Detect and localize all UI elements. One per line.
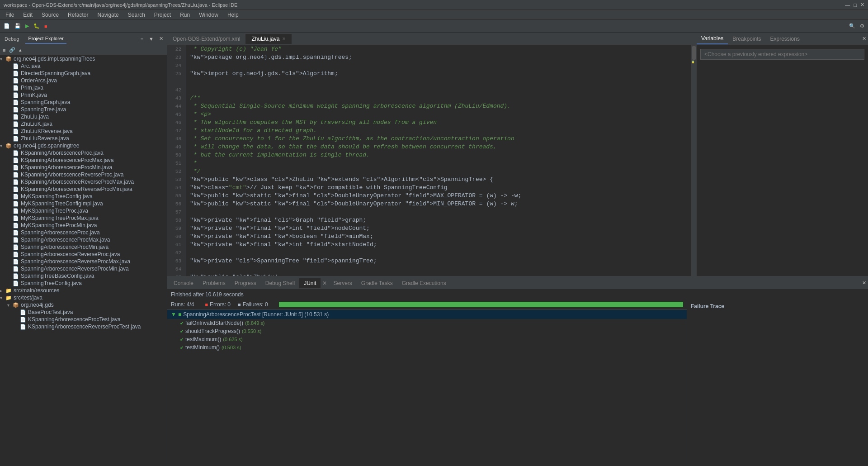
sidebar-close-btn[interactable]: ✕ [157, 35, 165, 43]
tree-item-11[interactable]: 📄ZhuLiuReverse.java [0, 135, 167, 142]
tree-item-24[interactable]: 📄SpanningArborescenceProc.java [0, 229, 167, 236]
right-panel-close[interactable]: ✕ [860, 35, 868, 43]
tab-gradle-tasks[interactable]: Gradle Tasks [357, 278, 397, 288]
tree-item-25[interactable]: 📄SpanningArborescenceProcMax.java [0, 236, 167, 243]
sidebar-menu-btn[interactable]: ▼ [147, 35, 156, 43]
maximize-btn[interactable]: □ [854, 2, 857, 8]
tree-item-8[interactable]: 📄ZhuLiu.java [0, 113, 167, 120]
test-item-1[interactable]: ✔ failOnInvalidStartNode() (8.849 s) [167, 319, 687, 327]
zhuliu-tab-close[interactable]: ✕ [282, 36, 286, 41]
tree-item-20[interactable]: 📄MyKSpanningTreeConfigImpl.java [0, 200, 167, 207]
test-item-3[interactable]: ✔ testMaximum() (0.625 s) [167, 335, 687, 343]
tree-item-17[interactable]: 📄KSpanningArborescenceReverseProcMax.jav… [0, 178, 167, 185]
tree-item-36[interactable]: 📄KSpanningArborescenceProcTest.java [0, 316, 167, 323]
toolbar-debug[interactable]: 🐛 [32, 22, 42, 30]
close-btn[interactable]: ✕ [860, 2, 864, 8]
tree-item-4[interactable]: 📄Prim.java [0, 84, 167, 91]
tree-item-10[interactable]: 📄ZhuLiuKReverse.java [0, 128, 167, 135]
tree-item-7[interactable]: 📄SpanningTree.java [0, 106, 167, 113]
tree-item-35[interactable]: 📄BaseProcTest.java [0, 309, 167, 316]
tab-breakpoints[interactable]: Breakpoints [728, 34, 765, 44]
menu-file[interactable]: File [2, 11, 18, 19]
tab-progress[interactable]: Progress [230, 278, 261, 288]
tree-item-31[interactable]: 📄SpanningTreeConfig.java [0, 280, 167, 287]
test-suite-item[interactable]: ▼ ■ SpanningArborescenceProcTest [Runner… [167, 310, 687, 319]
tree-item-9[interactable]: 📄ZhuLiuK.java [0, 120, 167, 128]
tree-item-26[interactable]: 📄SpanningArborescenceProcMin.java [0, 243, 167, 251]
tab-console[interactable]: Console [169, 278, 198, 288]
tab-pom-xml[interactable]: Open-GDS-Extend/pom.xml [167, 34, 246, 44]
tree-item-0[interactable]: ▾📦org.neo4j.gds.impl.spanningTrees [0, 55, 167, 62]
tree-item-29[interactable]: 📄SpanningArborescenceReverseProcMin.java [0, 265, 167, 272]
tree-item-32[interactable]: ▸📁src/main/resources [0, 287, 167, 294]
tab-servers[interactable]: Servers [329, 278, 356, 288]
sidebar-collapse-btn[interactable]: ≡ [139, 35, 145, 43]
menu-window[interactable]: Window [195, 11, 222, 19]
tree-item-1[interactable]: 📄Arc.java [0, 62, 167, 70]
toolbar-run[interactable]: ▶ [24, 22, 31, 30]
tab-variables[interactable]: Variables [697, 33, 728, 44]
menu-edit[interactable]: Edit [19, 11, 36, 19]
code-line-60: "kw">private "kw">final "kw">boolean "fi… [190, 233, 687, 241]
sidebar-tab-debug[interactable]: Debug [2, 34, 22, 43]
test-item-2[interactable]: ✔ shouldTrackProgress() (0.550 s) [167, 327, 687, 335]
tree-item-28[interactable]: 📄SpanningArborescenceReverseProcMax.java [0, 258, 167, 265]
menu-help[interactable]: Help [224, 11, 242, 19]
tab-gradle-executions[interactable]: Gradle Executions [397, 278, 451, 288]
tab-junit-close[interactable]: ✕ [321, 278, 329, 288]
tree-item-22[interactable]: 📄MyKSpanningTreeProcMax.java [0, 214, 167, 222]
tree-item-14[interactable]: 📄KSpanningArborescenceProcMax.java [0, 157, 167, 164]
tree-item-34[interactable]: ▾📦org.neo4j.gds [0, 301, 167, 309]
toolbar-stop[interactable]: ■ [42, 23, 49, 30]
toolbar-search[interactable]: 🔍 [847, 22, 857, 30]
tab-problems[interactable]: Problems [198, 278, 230, 288]
sidebar-tab-project-explorer[interactable]: Project Explorer [25, 34, 66, 44]
tree-item-23[interactable]: 📄MyKSpanningTreeProcMin.java [0, 222, 167, 229]
toolbar-settings[interactable]: ⚙ [858, 22, 866, 30]
tree-item-3[interactable]: 📄OrderArcs.java [0, 77, 167, 84]
menu-source[interactable]: Source [38, 11, 62, 19]
minimize-btn[interactable]: — [845, 2, 850, 8]
line-num-42: 42 [167, 86, 183, 94]
main-layout: Debug Project Explorer ≡ ▼ ✕ ≡ 🔗 ▴ ▾📦org… [0, 33, 868, 466]
tab-expressions[interactable]: Expressions [766, 34, 804, 44]
tree-item-5[interactable]: 📄PrimK.java [0, 91, 167, 99]
tree-item-19[interactable]: 📄MyKSpanningTreeConfig.java [0, 193, 167, 200]
tree-item-18[interactable]: 📄KSpanningArborescenceReverseProcMin.jav… [0, 185, 167, 193]
editor-code[interactable]: * Copyright (c) "Jean Ye""kw">package or… [186, 45, 691, 276]
sidebar-filter-btn[interactable]: ≡ [1, 47, 7, 54]
scroll-thumb[interactable] [692, 46, 696, 60]
tree-item-37[interactable]: 📄KSpanningArborescenceReverseProcTest.ja… [0, 323, 167, 330]
menu-refactor[interactable]: Refactor [64, 11, 92, 19]
tree-label-9: ZhuLiuK.java [21, 121, 52, 127]
menu-search[interactable]: Search [124, 11, 149, 19]
tree-item-6[interactable]: 📄SpanningGraph.java [0, 99, 167, 106]
tree-item-2[interactable]: 📄DirectedSpanningGraph.java [0, 70, 167, 77]
tree-item-21[interactable]: 📄MyKSpanningTreeProc.java [0, 207, 167, 214]
tree-icon-14: 📄 [13, 157, 20, 163]
bottom-panel-close[interactable]: ✕ [860, 279, 868, 287]
tree-item-33[interactable]: ▾📁src/test/java [0, 294, 167, 301]
tree-item-12[interactable]: ▾📦org.neo4j.gds.spanningtree [0, 142, 167, 149]
sidebar-link-btn[interactable]: 🔗 [7, 46, 17, 54]
editor-scrollbar[interactable] [691, 45, 696, 276]
toolbar-save[interactable]: 💾 [13, 22, 23, 30]
test-item-4[interactable]: ✔ testMinimum() (0.503 s) [167, 343, 687, 352]
tree-item-15[interactable]: 📄KSpanningArborescenceProcMin.java [0, 164, 167, 171]
tab-zhuliu-java[interactable]: ZhuLiu.java ✕ [246, 34, 292, 44]
tab-junit[interactable]: JUnit [299, 278, 321, 288]
tree-item-30[interactable]: 📄SpanningTreeBaseConfig.java [0, 272, 167, 280]
tree-item-27[interactable]: 📄SpanningArborescenceReverseProc.java [0, 251, 167, 258]
sidebar-collapse-all-btn[interactable]: ▴ [17, 46, 24, 54]
menu-navigate[interactable]: Navigate [94, 11, 122, 19]
tree-item-16[interactable]: 📄KSpanningArborescenceReverseProc.java [0, 171, 167, 178]
toolbar-new[interactable]: 📄 [2, 22, 12, 30]
tree-icon-29: 📄 [13, 266, 20, 272]
tree-label-10: ZhuLiuKReverse.java [21, 128, 73, 134]
failures-indicator: ■ [238, 302, 241, 307]
menu-project[interactable]: Project [151, 11, 175, 19]
tree-item-13[interactable]: 📄KSpanningArborescenceProc.java [0, 149, 167, 157]
expression-input[interactable] [700, 49, 864, 60]
tab-debug-shell[interactable]: Debug Shell [261, 278, 299, 288]
menu-run[interactable]: Run [176, 11, 193, 19]
